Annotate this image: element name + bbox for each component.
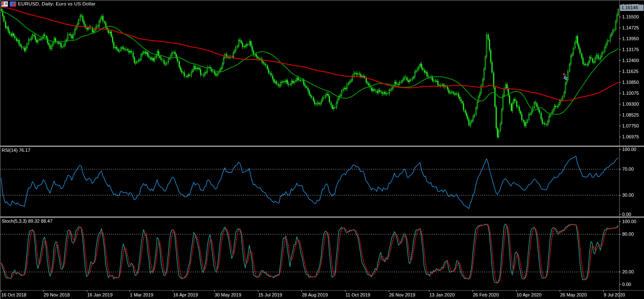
- date-tick-label: 26 May 2020: [560, 292, 587, 297]
- date-tick-label: 30 May 2019: [215, 292, 242, 297]
- stoch-tick-label: 80.00: [622, 231, 634, 237]
- date-tick-label: 1 Mar 2019: [130, 292, 153, 297]
- rsi-panel-label: RSI(14) 76.17: [2, 148, 30, 153]
- price-tick-label: 1.07750: [622, 123, 639, 128]
- price-tick-label: 1.14725: [622, 25, 639, 30]
- date-tick-label: 28 Aug 2019: [302, 292, 328, 297]
- rsi-tick-label: 30.00: [622, 192, 634, 198]
- stoch-tick-label: 100.00: [622, 219, 636, 224]
- date-tick-label: 26 Feb 2020: [473, 292, 499, 297]
- price-tick-label: 1.10075: [622, 91, 639, 96]
- chart-title: EURUSD, Daily: Euro vs US Dollar: [18, 1, 96, 6]
- stoch-tick-label: 20.00: [622, 269, 634, 274]
- date-tick-label: 29 Nov 2018: [44, 292, 70, 297]
- price-tick-label: 1.06975: [622, 134, 639, 139]
- price-tick-label: 1.13175: [622, 47, 639, 52]
- rsi-tick-label: 100.00: [622, 147, 636, 152]
- indicator-window-icon[interactable]: [10, 1, 16, 7]
- chart-title-bar: EURUSD, Daily: Euro vs US Dollar: [1, 1, 96, 7]
- chart-window: EURUSD, Daily: Euro vs US Dollar RSI(14)…: [0, 0, 644, 299]
- chart-window-icon[interactable]: [1, 1, 8, 7]
- chart-canvas[interactable]: [0, 0, 644, 299]
- date-tick-label: 26 Nov 2019: [389, 292, 415, 297]
- date-tick-label: 16 Apr 2019: [173, 292, 198, 297]
- date-tick-label: 16 Jan 2019: [87, 292, 113, 297]
- date-tick-label: 10 Apr 2020: [517, 292, 541, 297]
- price-axis[interactable]: [620, 0, 644, 290]
- stoch-tick-label: 0.00: [622, 282, 631, 287]
- price-tick-label: 1.09300: [622, 101, 639, 107]
- price-tick-label: 1.08525: [622, 112, 639, 117]
- date-tick-label: 13 Jan 2020: [429, 292, 455, 297]
- drag-drop-cursor-icon: [561, 72, 569, 81]
- price-tick-label: 1.11625: [622, 69, 639, 74]
- date-tick-label: 15 Jul 2019: [258, 292, 282, 297]
- rsi-tick-label: 70.00: [622, 166, 634, 172]
- rsi-tick-label: 0.00: [622, 212, 631, 217]
- stoch-panel-label: Stoch(5,3,3) 89.32 88.47: [2, 218, 52, 224]
- date-tick-label: 16 Oct 2018: [1, 292, 26, 297]
- date-tick-label: 11 Oct 2019: [345, 292, 370, 297]
- price-tick-label: 1.12400: [622, 58, 639, 63]
- price-tick-label: 1.10850: [622, 80, 639, 85]
- price-tick-label: 1.13950: [622, 36, 639, 41]
- current-price-tag: 1.16146: [620, 5, 644, 11]
- date-tick-label: 9 Jul 2020: [604, 292, 625, 297]
- price-tick-label: 1.15500: [622, 14, 639, 19]
